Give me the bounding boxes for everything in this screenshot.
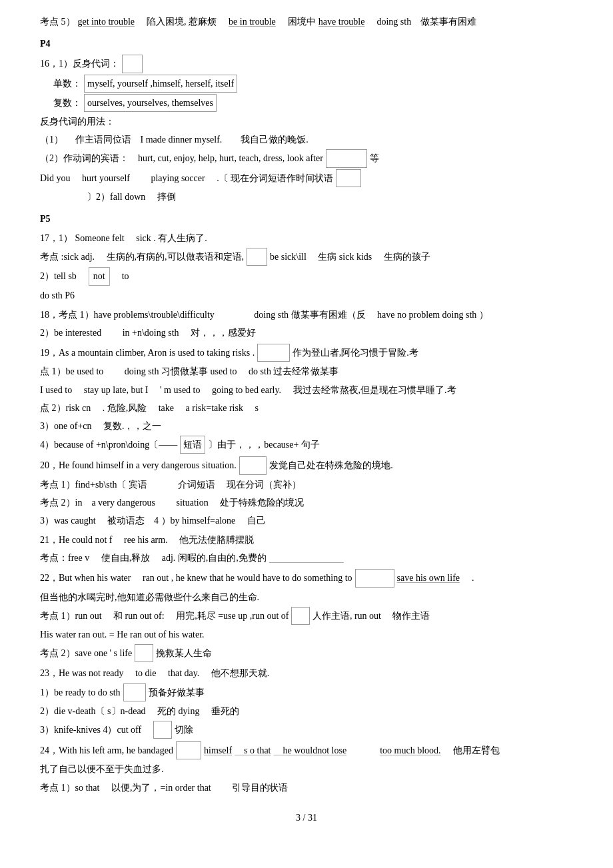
22-k1-cont: 人作主语, run out 物作主语	[312, 608, 430, 624]
22-main: 22，But when his water ran out , he knew …	[40, 569, 573, 587]
23-3-box	[153, 721, 172, 739]
usage-2-ex-text: Did you hurt yourself playing soccer .〔 …	[40, 170, 333, 187]
17-1: 17，1） Someone felt sick . 有人生病了.	[40, 230, 573, 246]
24-k1: 考点 1）so that 以便,为了，=in order that 引导目的状语	[40, 779, 573, 796]
17-2: 2）tell sb not to	[40, 267, 573, 285]
19-4-box: 短语	[180, 436, 205, 454]
singular-content: myself, yourself ,himself, herself, itse…	[84, 75, 237, 93]
20-main: 20，He found himself in a very dangerous …	[40, 456, 573, 474]
24-cn: 他用左臂包	[444, 742, 500, 759]
18-1: 18，考点 1）have problems\trouble\difficulty…	[40, 306, 573, 323]
usage-2-box	[326, 149, 368, 167]
19-main: 19，As a mountain climber, Aron is used t…	[40, 344, 573, 362]
section-16: 16，1）反身代词： 单数： myself, yourself ,himself…	[40, 55, 573, 205]
19-k1: 点 1）be used to doing sth 习惯做某事 used to d…	[40, 363, 573, 380]
19-3-text: 3）one of+cn 复数.，，之一	[40, 418, 162, 434]
p4-heading: P4	[40, 35, 573, 52]
kaodian-5-label: 考点 5）	[40, 13, 75, 30]
21-text: 21，He could not f ree his arm. 他无法使胳膊摆脱	[40, 532, 254, 548]
22-box	[355, 569, 394, 587]
24-himself: himself	[204, 742, 232, 759]
p5-heading: P5	[40, 211, 573, 227]
24-cn2: 扎了自己以便不至于失血过多.	[40, 761, 573, 777]
23-3-cont: 切除	[175, 721, 193, 738]
23-text: 23，He was not ready to die that day. 他不想…	[40, 665, 269, 681]
19-text: 19，As a mountain climber, Aron is used t…	[40, 344, 255, 361]
get-into-trouble: get into trouble	[78, 13, 135, 30]
20-k2: 考点 2）in a very dangerous situation 处于特殊危…	[40, 494, 573, 511]
18-2-text: 2）be interested in +n\doing sth 对，，，感爱好	[40, 324, 256, 341]
21-k: 考点：free v 使自由,释放 adj. 闲暇的,自由的,免费的	[40, 550, 573, 566]
plural-content: ourselves, yourselves, themselves	[84, 94, 217, 112]
24-k1-text: 考点 1）so that 以便,为了，=in order that 引导目的状语	[40, 779, 288, 796]
24-cn2-text: 扎了自己以便不至于失血过多.	[40, 761, 164, 777]
17-1-text: 17，1） Someone felt sick . 有人生病了.	[40, 230, 207, 246]
19-k2: 点 2）risk cn . 危险,风险 take a risk=take ris…	[40, 400, 573, 416]
22-period: .	[462, 570, 474, 586]
page-content: 考点 5） get into trouble 陷入困境, 惹麻烦 be in t…	[40, 13, 573, 826]
22-k1: 考点 1）run out 和 run out of: 用完,耗尽 =use up…	[40, 607, 573, 625]
singular-line: 单数： myself, yourself ,himself, herself, …	[40, 75, 573, 93]
24-sothat: s o that	[235, 742, 271, 759]
16-title: 16，1）反身代词：	[40, 55, 573, 73]
19-4-text: 4）because of +n\pron\doing〔——	[40, 436, 177, 453]
22-k2: 考点 2）save one ' s life 挽救某人生命	[40, 644, 573, 662]
17-box	[247, 248, 267, 266]
16-label: 16，1）反身代词：	[40, 55, 119, 72]
20-3: 3）was caught 被动语态 4 ）by himself=alone 自己	[40, 512, 573, 529]
24-space	[349, 742, 377, 759]
section-17: 17，1） Someone felt sick . 有人生病了. 考点 :sic…	[40, 230, 573, 304]
be-in-trouble: be in trouble	[229, 13, 276, 30]
usage-label: 反身代词的用法：	[40, 113, 573, 130]
20-k1: 考点 1）find+sb\sth〔 宾语 介词短语 现在分词（宾补）	[40, 476, 573, 493]
23-3-text: 3）knife-knives 4）cut off	[40, 721, 151, 738]
23-2: 2）die v-death〔 s〕n-dead 死的 dying 垂死的	[40, 703, 573, 719]
usage-2: （2）作动词的宾语： hurt, cut, enjoy, help, hurt,…	[40, 149, 573, 167]
usage-2-ex2-text: 〕2）fall down 摔倒	[40, 189, 176, 205]
page-num-text: 3 / 31	[296, 813, 317, 823]
22-k2-cont: 挽救某人生命	[156, 645, 212, 661]
21-main: 21，He could not f ree his arm. 他无法使胳膊摆脱	[40, 532, 573, 548]
24-blood: too much blood.	[380, 742, 440, 759]
section-22: 22，But when his water ran out , he knew …	[40, 569, 573, 662]
17-dosth-text: do sth P6	[40, 287, 75, 304]
24-main: 24，With his left arm, he bandaged himsel…	[40, 741, 573, 759]
24-wouldnot: he wouldnot lose	[274, 742, 347, 759]
19-4: 4）because of +n\pron\doing〔—— 短语 〕由于，，，b…	[40, 436, 573, 454]
22-k2-box	[135, 644, 153, 662]
usage-2-ex-box	[336, 169, 361, 187]
24-box	[176, 741, 201, 759]
19-3: 3）one of+cn 复数.，，之一	[40, 418, 573, 434]
section-23: 23，He was not ready to die that day. 他不想…	[40, 665, 573, 739]
usage-text: 反身代词的用法：	[40, 113, 115, 130]
19-ex: I used to stay up late, but I ' m used t…	[40, 382, 573, 398]
17-bracket: not	[89, 267, 110, 285]
17-2-to: to	[113, 268, 129, 284]
kaodian-5-line: 考点 5） get into trouble 陷入困境, 惹麻烦 be in t…	[40, 13, 573, 30]
20-k2-text: 考点 2）in a very dangerous situation 处于特殊危…	[40, 494, 304, 511]
kaodian-5-meaning3: doing sth 做某事有困难	[367, 13, 476, 30]
23-1-text: 1）be ready to do sth	[40, 684, 121, 701]
24-text1: 24，With his left arm, he bandaged	[40, 742, 173, 759]
22-k1-text: 考点 1）run out 和 run out of: 用完,耗尽 =use up…	[40, 608, 289, 624]
singular-label: 单数：	[53, 75, 81, 92]
section-20: 20，He found himself in a very dangerous …	[40, 456, 573, 529]
19-4-cont: 〕由于，，，because+ 句子	[208, 436, 320, 453]
22-text: 22，But when his water ran out , he knew …	[40, 570, 352, 586]
section-24: 24，With his left arm, he bandaged himsel…	[40, 741, 573, 796]
18-2: 2）be interested in +n\doing sth 对，，，感爱好	[40, 324, 573, 341]
23-3: 3）knife-knives 4）cut off 切除	[40, 721, 573, 739]
17-kaodian-text: 考点 :sick adj. 生病的,有病的,可以做表语和定语,	[40, 248, 244, 265]
section-19: 19，As a mountain climber, Aron is used t…	[40, 344, 573, 454]
21-dashed	[269, 550, 344, 566]
17-2-text: 2）tell sb	[40, 268, 86, 284]
22-save: save his own life	[397, 570, 460, 586]
21-k-text: 考点：free v 使自由,释放 adj. 闲暇的,自由的,免费的	[40, 550, 267, 566]
18-1-text: 18，考点 1）have problems\trouble\difficulty…	[40, 306, 488, 323]
section-21: 21，He could not f ree his arm. 他无法使胳膊摆脱 …	[40, 532, 573, 566]
22-ex: His water ran out. = He ran out of his w…	[40, 626, 573, 643]
17-kaodian: 考点 :sick adj. 生病的,有病的,可以做表语和定语, be sick\…	[40, 248, 573, 266]
19-k1-text: 点 1）be used to doing sth 习惯做某事 used to d…	[40, 363, 338, 380]
usage-2-text: （2）作动词的宾语： hurt, cut, enjoy, help, hurt,…	[40, 150, 323, 167]
usage-1-text: （1） 作主语同位语 I made dinner myself. 我自己做的晚饭…	[40, 131, 308, 148]
